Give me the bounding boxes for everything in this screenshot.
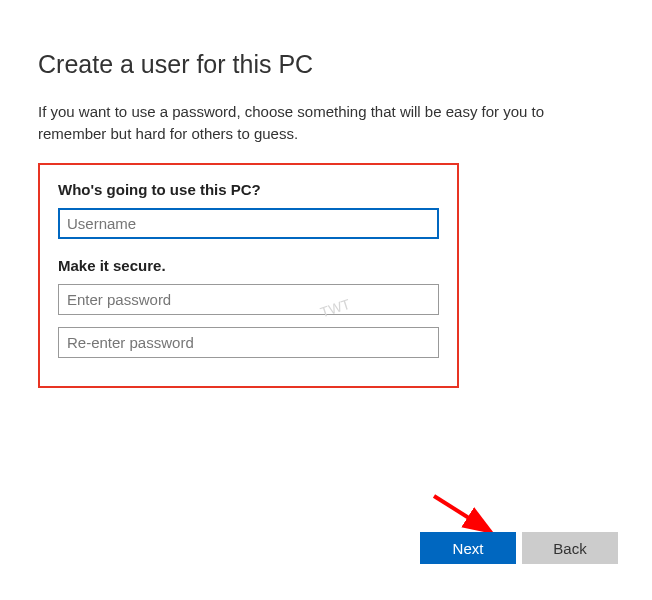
back-button[interactable]: Back <box>522 532 618 564</box>
content-container: Create a user for this PC If you want to… <box>0 0 652 388</box>
password-input[interactable] <box>58 284 439 315</box>
page-subtitle: If you want to use a password, choose so… <box>38 101 614 145</box>
username-section-label: Who's going to use this PC? <box>58 181 439 198</box>
next-button[interactable]: Next <box>420 532 516 564</box>
confirm-password-input[interactable] <box>58 327 439 358</box>
page-title: Create a user for this PC <box>38 50 614 79</box>
username-input[interactable] <box>58 208 439 239</box>
form-highlight-box: Who's going to use this PC? Make it secu… <box>38 163 459 388</box>
secure-section-label: Make it secure. <box>58 257 439 274</box>
footer-buttons: Next Back <box>420 532 618 564</box>
svg-line-1 <box>434 496 488 530</box>
